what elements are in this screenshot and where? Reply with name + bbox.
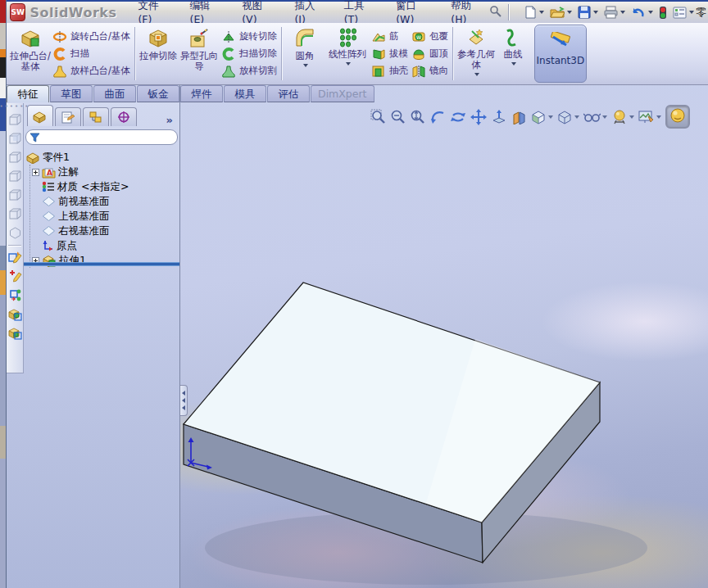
lofted-boss-button[interactable]: 放样凸台/基体	[52, 64, 130, 79]
dropdown-arrow-icon[interactable]	[303, 64, 308, 67]
tab-weldments[interactable]: 焊件	[180, 85, 223, 102]
loft-cut-button[interactable]: 放样切割	[221, 64, 277, 79]
save-button[interactable]	[576, 5, 600, 20]
expand-icon[interactable]	[32, 169, 39, 176]
display-style-button[interactable]	[557, 110, 579, 124]
dropdown-arrow-icon[interactable]	[474, 73, 479, 76]
dropdown-arrow-icon[interactable]	[574, 115, 579, 119]
zoom-in-out-button[interactable]	[410, 109, 425, 124]
dropdown-arrow-icon[interactable]	[629, 115, 634, 119]
print-button[interactable]	[602, 5, 627, 20]
dropdown-arrow-icon[interactable]	[567, 11, 572, 14]
search-icon[interactable]	[489, 5, 502, 20]
dropdown-arrow-icon[interactable]	[656, 115, 661, 119]
rib-button[interactable]: 筋	[371, 29, 408, 44]
view-cube-right-icon[interactable]	[8, 170, 22, 183]
property-manager-tab[interactable]	[55, 107, 81, 126]
dropdown-arrow-icon[interactable]	[648, 11, 653, 14]
boss-feature-icon[interactable]	[7, 307, 22, 321]
tab-features[interactable]: 特征	[7, 85, 49, 102]
extruded-cut-button[interactable]: 拉伸切除	[138, 25, 179, 83]
feature-manager-tree-tab[interactable]	[27, 105, 53, 126]
view-isometric-icon[interactable]	[8, 226, 22, 240]
tree-filter-input[interactable]	[25, 129, 178, 145]
edit-appearance-button[interactable]	[611, 109, 634, 124]
section-view-button[interactable]	[511, 110, 527, 124]
zoom-to-area-button[interactable]	[390, 109, 406, 124]
mirror-button[interactable]: 镜向	[411, 64, 448, 79]
dropdown-arrow-icon[interactable]	[602, 115, 607, 119]
selection-filter-button[interactable]	[657, 5, 669, 20]
tab-dimxpert[interactable]: DimXpert	[311, 85, 374, 102]
rotate-view-button[interactable]	[450, 110, 466, 124]
sweep-button[interactable]: 扫描	[52, 47, 130, 61]
linear-pattern-button[interactable]: 线性阵列	[325, 25, 370, 83]
revolved-boss-button[interactable]: 旋转凸台/基体	[52, 29, 130, 44]
sketch-icon[interactable]	[8, 251, 22, 265]
3d-sketch-icon[interactable]	[8, 269, 22, 283]
tree-item-extrude1[interactable]: 拉伸1	[32, 253, 179, 268]
fillet-button[interactable]: 圆角	[284, 25, 325, 83]
configuration-manager-tab[interactable]	[83, 107, 109, 126]
wrap-button[interactable]: W 包覆	[411, 29, 448, 44]
hole-wizard-button[interactable]: 异型孔向导	[179, 25, 220, 83]
dropdown-arrow-icon[interactable]	[593, 11, 598, 14]
panel-collapse-handle[interactable]	[179, 385, 188, 416]
convert-entities-icon[interactable]	[8, 288, 22, 302]
tree-item-annotations[interactable]: A 注解	[32, 165, 179, 179]
undo-button[interactable]	[629, 5, 655, 20]
view-cube-left-icon[interactable]	[8, 151, 22, 165]
normal-to-button[interactable]	[491, 109, 507, 124]
new-document-button[interactable]	[523, 5, 546, 20]
tab-sheet-metal[interactable]: 钣金	[137, 85, 179, 102]
options-button[interactable]	[671, 6, 696, 20]
curves-button[interactable]: 曲线	[497, 25, 529, 83]
instant3d-toggle-button[interactable]: Instant3D	[534, 25, 587, 83]
dropdown-arrow-icon[interactable]	[620, 11, 625, 14]
reference-geometry-button[interactable]: 参考几何体	[456, 25, 497, 83]
tab-evaluate[interactable]: 评估	[267, 85, 310, 102]
view-cube-front-icon[interactable]	[8, 113, 22, 127]
realview-toggle-button[interactable]	[665, 105, 690, 129]
open-document-button[interactable]	[548, 5, 574, 20]
view-cube-bottom-icon[interactable]	[8, 207, 22, 221]
dropdown-arrow-icon[interactable]	[539, 11, 544, 14]
draft-button[interactable]: 拔模	[371, 47, 408, 61]
zoom-to-fit-button[interactable]	[370, 109, 386, 124]
property-manager-icon	[61, 111, 75, 124]
previous-view-button[interactable]	[429, 110, 446, 124]
pan-button[interactable]	[470, 109, 487, 125]
tree-panel-splitter[interactable]	[24, 262, 179, 265]
tab-sketch[interactable]: 草图	[50, 85, 93, 102]
boss-feature-icon[interactable]	[7, 326, 22, 340]
sweep-cut-button[interactable]: 扫描切除	[221, 47, 277, 61]
curves-label: 曲线	[503, 49, 522, 60]
hide-show-items-button[interactable]	[583, 111, 607, 123]
panel-overflow-chevron[interactable]: »	[166, 114, 173, 126]
view-orientation-button[interactable]	[531, 110, 553, 124]
graphics-viewport[interactable]	[179, 85, 708, 588]
dropdown-arrow-icon[interactable]	[511, 62, 516, 66]
view-cube-top-icon[interactable]	[8, 188, 22, 202]
shell-button[interactable]: 抽壳	[371, 64, 408, 79]
revolved-cut-button[interactable]: 旋转切除	[221, 29, 277, 44]
tree-item-right-plane[interactable]: 右视基准面	[42, 224, 179, 238]
part-3d-model[interactable]	[180, 85, 708, 588]
tree-root-part[interactable]: 零件1	[25, 150, 179, 165]
tab-mold-tools[interactable]: 模具	[224, 85, 266, 102]
dome-button[interactable]: 圆顶	[411, 47, 448, 61]
brand-text: SolidWorks	[30, 5, 116, 20]
tree-item-front-plane[interactable]: 前视基准面	[42, 194, 179, 209]
extruded-boss-button[interactable]: 拉伸凸台/基体	[10, 25, 51, 83]
tree-item-origin[interactable]: 原点	[42, 238, 179, 253]
view-cube-back-icon[interactable]	[8, 132, 22, 146]
dropdown-arrow-icon[interactable]	[548, 115, 553, 119]
dimxpert-manager-tab[interactable]	[111, 107, 137, 126]
dropdown-arrow-icon[interactable]	[346, 62, 351, 66]
apply-scene-button[interactable]	[638, 110, 661, 124]
tree-item-top-plane[interactable]: 上视基准面	[42, 209, 179, 224]
linear-pattern-label: 线性阵列	[329, 49, 366, 60]
tree-item-material[interactable]: 材质 <未指定>	[42, 179, 179, 194]
dropdown-arrow-icon[interactable]	[689, 11, 694, 14]
tab-surfaces[interactable]: 曲面	[93, 85, 136, 102]
